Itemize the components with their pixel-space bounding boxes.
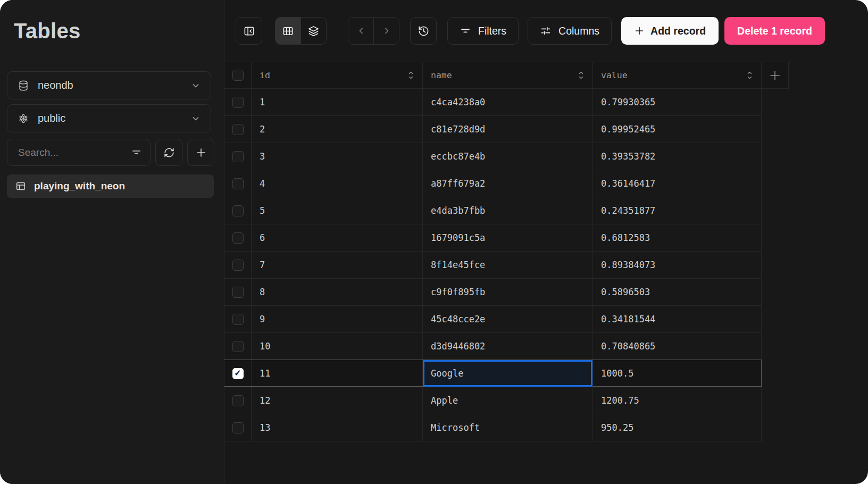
cell-value[interactable]: 0.34181544 xyxy=(593,306,762,332)
row-checkbox[interactable] xyxy=(232,178,244,189)
prev-page-button[interactable] xyxy=(348,18,373,44)
row-checkbox-cell[interactable] xyxy=(224,143,252,170)
cell-name[interactable]: 45c48cce2e xyxy=(423,306,593,332)
schema-select[interactable]: public xyxy=(7,104,211,132)
cell-value[interactable]: 1000.5 xyxy=(593,360,762,387)
cell-value[interactable]: 0.39353782 xyxy=(593,143,762,170)
row-checkbox[interactable] xyxy=(232,287,244,298)
sidebar: Tables neondb xyxy=(0,0,224,484)
row-checkbox[interactable] xyxy=(232,260,244,271)
cell-name[interactable]: a87ff679a2 xyxy=(423,170,593,197)
columns-button[interactable]: Columns xyxy=(528,17,612,45)
delete-record-button[interactable]: Delete 1 record xyxy=(724,17,825,45)
row-checkbox[interactable] xyxy=(232,395,244,406)
row-checkbox-cell[interactable] xyxy=(224,224,252,251)
database-select[interactable]: neondb xyxy=(7,71,211,99)
cell-name[interactable]: Microsoft xyxy=(423,414,593,441)
select-all-checkbox-cell[interactable] xyxy=(224,62,252,88)
filters-button[interactable]: Filters xyxy=(447,17,519,45)
grid-view-button[interactable] xyxy=(276,18,301,44)
cell-name[interactable]: d3d9446802 xyxy=(423,333,593,360)
cell-value[interactable]: 0.24351877 xyxy=(593,197,762,224)
row-checkbox-cell[interactable] xyxy=(224,387,252,414)
column-header-id[interactable]: id xyxy=(252,62,423,88)
cell-id[interactable]: 10 xyxy=(252,333,423,360)
cell-id[interactable]: 8 xyxy=(252,279,423,305)
column-header-value[interactable]: value xyxy=(593,62,762,88)
select-all-checkbox[interactable] xyxy=(232,70,244,81)
cell-value[interactable]: 1200.75 xyxy=(593,387,762,414)
cell-value[interactable]: 0.6812583 xyxy=(593,224,762,251)
cell-id[interactable]: 1 xyxy=(252,89,423,115)
layers-view-button[interactable] xyxy=(301,18,326,44)
cell-id[interactable]: 3 xyxy=(252,143,423,170)
row-checkbox[interactable] xyxy=(232,368,244,379)
sort-icon[interactable] xyxy=(407,71,415,80)
plus-icon xyxy=(634,26,645,36)
table-row: 2 c81e728d9d 0.99952465 xyxy=(224,116,762,143)
row-checkbox[interactable] xyxy=(232,232,244,244)
row-checkbox-cell[interactable] xyxy=(224,279,252,305)
cell-name[interactable]: 1679091c5a xyxy=(423,224,593,251)
cell-name[interactable]: eccbc87e4b xyxy=(423,143,593,170)
row-checkbox-cell[interactable] xyxy=(224,170,252,197)
row-checkbox-cell[interactable] xyxy=(224,252,252,278)
add-column-button[interactable] xyxy=(762,62,789,88)
next-page-button[interactable] xyxy=(373,18,399,44)
cell-id[interactable]: 12 xyxy=(252,387,423,414)
row-checkbox-cell[interactable] xyxy=(224,306,252,332)
cell-id[interactable]: 4 xyxy=(252,170,423,197)
cell-id[interactable]: 7 xyxy=(252,252,423,278)
table-row: 7 8f14e45fce 0.89384073 xyxy=(224,252,762,279)
cell-name[interactable]: Google xyxy=(423,360,593,387)
cell-id[interactable]: 5 xyxy=(252,197,423,224)
cell-value[interactable]: 950.25 xyxy=(593,414,762,441)
cell-id[interactable]: 2 xyxy=(252,116,423,143)
sort-icon[interactable] xyxy=(577,71,585,80)
row-checkbox[interactable] xyxy=(232,205,244,216)
row-checkbox[interactable] xyxy=(232,422,244,433)
refresh-button[interactable] xyxy=(155,139,182,166)
row-checkbox-cell[interactable] xyxy=(224,197,252,224)
row-checkbox[interactable] xyxy=(232,151,244,162)
search-input[interactable] xyxy=(17,146,126,159)
cell-name[interactable]: c4ca4238a0 xyxy=(423,89,593,115)
sidebar-body: neondb public xyxy=(0,62,224,198)
search-box[interactable] xyxy=(7,139,151,166)
row-checkbox-cell[interactable] xyxy=(224,333,252,360)
cell-id[interactable]: 6 xyxy=(252,224,423,251)
plus-icon xyxy=(769,69,781,82)
cell-value[interactable]: 0.89384073 xyxy=(593,252,762,278)
sidebar-item-playing_with_neon[interactable]: playing_with_neon xyxy=(7,174,214,198)
sort-icon[interactable] xyxy=(746,71,754,80)
history-button[interactable] xyxy=(410,17,437,45)
cell-name[interactable]: 8f14e45fce xyxy=(423,252,593,278)
add-record-button-label: Add record xyxy=(650,25,706,37)
cell-name[interactable]: Apple xyxy=(423,387,593,414)
column-header-name[interactable]: name xyxy=(423,62,593,88)
cell-id[interactable]: 11 xyxy=(252,360,423,387)
cell-name[interactable]: c81e728d9d xyxy=(423,116,593,143)
row-checkbox[interactable] xyxy=(232,97,244,108)
cell-value[interactable]: 0.36146417 xyxy=(593,170,762,197)
row-checkbox-cell[interactable] xyxy=(224,116,252,143)
cell-value[interactable]: 0.5896503 xyxy=(593,279,762,305)
add-record-button[interactable]: Add record xyxy=(621,17,719,45)
row-checkbox-cell[interactable] xyxy=(224,89,252,115)
row-checkbox-cell[interactable] xyxy=(224,360,252,387)
plus-icon xyxy=(195,147,207,158)
cell-name[interactable]: e4da3b7fbb xyxy=(423,197,593,224)
cell-name[interactable]: c9f0f895fb xyxy=(423,279,593,305)
row-checkbox[interactable] xyxy=(232,341,244,352)
collapse-sidebar-button[interactable] xyxy=(236,17,262,45)
row-checkbox[interactable] xyxy=(232,124,244,135)
filter-icon[interactable] xyxy=(131,147,142,158)
cell-id[interactable]: 9 xyxy=(252,306,423,332)
add-table-button[interactable] xyxy=(187,139,214,166)
row-checkbox[interactable] xyxy=(232,314,244,325)
cell-value[interactable]: 0.70840865 xyxy=(593,333,762,360)
cell-value[interactable]: 0.79930365 xyxy=(593,89,762,115)
cell-id[interactable]: 13 xyxy=(252,414,423,441)
cell-value[interactable]: 0.99952465 xyxy=(593,116,762,143)
row-checkbox-cell[interactable] xyxy=(224,414,252,441)
